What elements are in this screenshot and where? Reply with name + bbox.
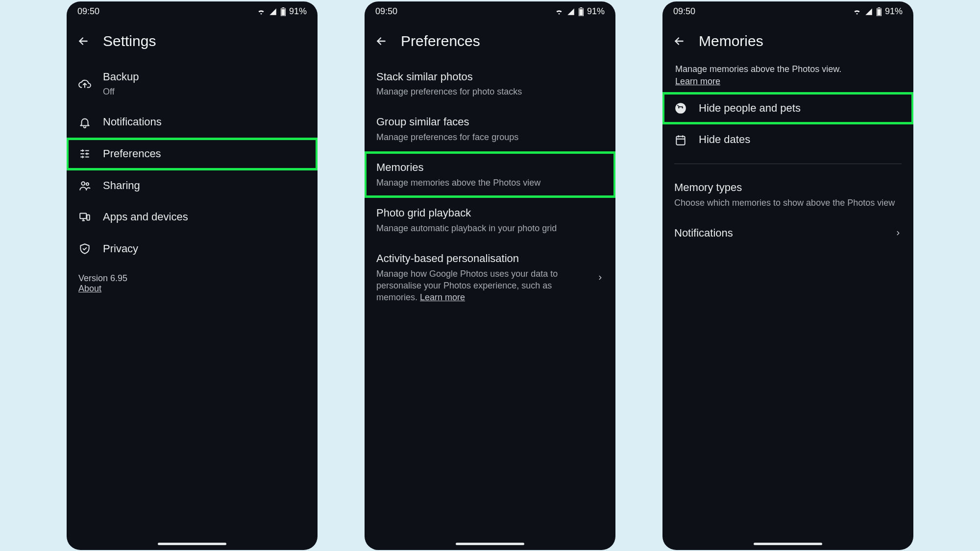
svg-rect-12 [878, 9, 881, 15]
list-item[interactable]: Group similar facesManage preferences fo… [365, 106, 615, 152]
status-bar: 09:50 91% [67, 1, 318, 22]
list-item-subtitle: Manage memories above the Photos view [376, 177, 604, 189]
list-item-title: Group similar faces [376, 115, 604, 129]
chevron-right-icon [895, 228, 902, 239]
page-header: Memories [662, 22, 913, 61]
list-item[interactable]: BackupOff [67, 61, 318, 107]
people-icon [78, 179, 91, 192]
list-item[interactable]: Hide people and pets [662, 93, 913, 124]
list-item-title: Privacy [103, 242, 306, 256]
list-item-title: Notifications [674, 226, 883, 240]
battery-percent: 91% [587, 6, 605, 17]
wifi-icon [555, 7, 564, 16]
list-item[interactable]: Notifications [67, 106, 318, 138]
list-item[interactable]: Preferences [67, 138, 318, 170]
svg-point-14 [678, 107, 680, 109]
list-item-title: Backup [103, 70, 306, 84]
status-indicators: 91% [257, 6, 307, 17]
cloud-upload-icon [78, 77, 91, 90]
version-footer: Version 6.95 About [67, 264, 318, 303]
list-item-title: Stack similar photos [376, 70, 604, 84]
signal-icon [566, 7, 575, 16]
list-item-texts: MemoriesManage memories above the Photos… [376, 161, 604, 189]
settings-list: Stack similar photosManage preferences f… [365, 61, 615, 312]
list-item[interactable]: Privacy [67, 233, 318, 265]
list-item[interactable]: Memory typesChoose which memories to sho… [662, 172, 913, 217]
list-item-texts: Sharing [103, 179, 306, 193]
list-item[interactable]: Hide dates [662, 124, 913, 156]
list-item-title: Preferences [103, 147, 306, 161]
settings-list: Hide people and pets Hide dates Memory t… [662, 93, 913, 249]
list-item-subtitle: Manage how Google Photos uses your data … [376, 268, 585, 304]
list-item[interactable]: Stack similar photosManage preferences f… [365, 61, 615, 107]
list-item-texts: BackupOff [103, 70, 306, 98]
list-item[interactable]: Activity-based personalisationManage how… [365, 243, 615, 312]
devices-icon [78, 211, 91, 223]
back-button[interactable] [374, 34, 388, 48]
face-icon [674, 102, 687, 115]
list-item-title: Sharing [103, 179, 306, 193]
svg-rect-16 [676, 136, 685, 144]
svg-point-4 [86, 183, 89, 185]
page-title: Memories [699, 33, 763, 49]
svg-rect-6 [87, 215, 89, 220]
signal-icon [269, 7, 277, 16]
battery-icon [280, 7, 286, 16]
wifi-icon [257, 7, 266, 16]
list-item-subtitle: Manage automatic playback in your photo … [376, 222, 604, 234]
page-header: Settings [67, 22, 318, 61]
clock: 09:50 [77, 6, 99, 17]
learn-more-link[interactable]: Learn more [675, 76, 720, 86]
list-item-title: Notifications [103, 115, 306, 129]
list-item[interactable]: Sharing [67, 170, 318, 202]
page-header: Preferences [365, 22, 615, 61]
page-title: Settings [103, 33, 156, 49]
list-item-texts: Hide people and pets [699, 101, 902, 116]
svg-point-15 [682, 107, 683, 109]
back-button[interactable] [76, 34, 90, 48]
battery-percent: 91% [289, 6, 307, 17]
about-link[interactable]: About [78, 284, 101, 293]
svg-point-13 [675, 103, 686, 114]
status-indicators: 91% [853, 6, 903, 17]
list-item[interactable]: Apps and devices [67, 201, 318, 233]
list-item[interactable]: MemoriesManage memories above the Photos… [365, 152, 615, 197]
nav-handle[interactable] [754, 543, 822, 545]
list-item[interactable]: Photo grid playbackManage automatic play… [365, 197, 615, 243]
settings-list: BackupOff Notifications Preferences Shar… [67, 61, 318, 265]
list-item-subtitle: Manage preferences for face groups [376, 131, 604, 143]
list-item-texts: Memory typesChoose which memories to sho… [674, 181, 902, 209]
list-item-subtitle: Manage preferences for photo stacks [376, 86, 604, 97]
nav-handle[interactable] [158, 543, 226, 545]
shield-icon [78, 242, 91, 255]
bell-icon [78, 116, 91, 129]
list-item-texts: Photo grid playbackManage automatic play… [376, 206, 604, 234]
list-item-subtitle: Choose which memories to show above the … [674, 197, 902, 209]
list-item-title: Memories [376, 161, 604, 175]
status-indicators: 91% [555, 6, 605, 17]
learn-more-link[interactable]: Learn more [420, 292, 465, 302]
intro-text: Manage memories above the Photos view. L… [662, 61, 913, 93]
svg-point-3 [81, 182, 85, 185]
svg-rect-2 [282, 9, 285, 15]
list-item-title: Hide people and pets [699, 101, 902, 116]
nav-handle[interactable] [456, 543, 524, 545]
list-item[interactable]: Notifications [662, 217, 913, 249]
list-item-texts: Privacy [103, 242, 306, 256]
status-bar: 09:50 91% [662, 1, 913, 22]
preferences-screen: 09:50 91% Preferences Stack similar phot… [365, 1, 615, 550]
back-button[interactable] [672, 34, 686, 48]
battery-icon [876, 7, 882, 16]
list-item-texts: Notifications [674, 226, 883, 240]
list-item-texts: Apps and devices [103, 210, 306, 224]
battery-percent: 91% [885, 6, 903, 17]
settings-screen: 09:50 91% Settings BackupOff Notificatio… [67, 1, 318, 550]
memories-screen: 09:50 91% Memories Manage memories above… [662, 1, 913, 550]
signal-icon [864, 7, 873, 16]
version-text: Version 6.95 [78, 273, 306, 284]
list-item-title: Activity-based personalisation [376, 252, 585, 266]
svg-rect-5 [80, 214, 86, 219]
list-item-texts: Group similar facesManage preferences fo… [376, 115, 604, 143]
list-item-texts: Activity-based personalisationManage how… [376, 252, 585, 303]
list-item-texts: Notifications [103, 115, 306, 129]
